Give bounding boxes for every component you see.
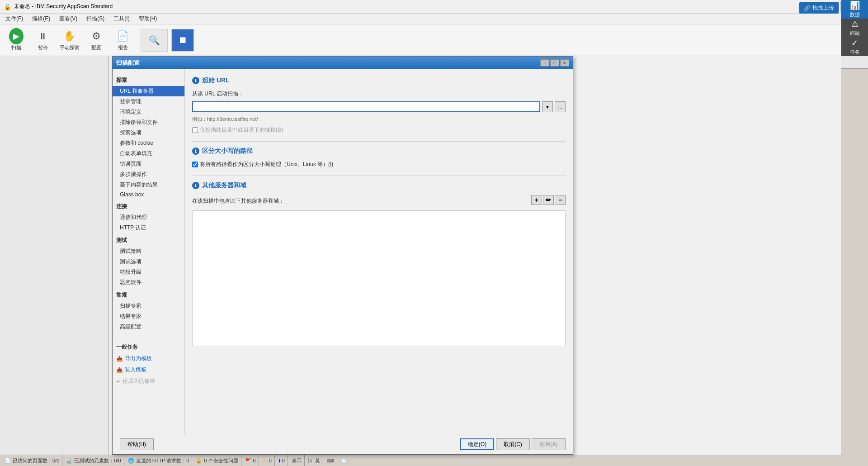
- dialog-minimize-button[interactable]: −: [540, 59, 549, 67]
- elements-icon: 🔬: [66, 458, 72, 464]
- lang-flag: 🇸: [308, 458, 313, 463]
- export-label: 导出为模板: [125, 355, 152, 362]
- nav-section-connection-label: 连接: [113, 201, 184, 212]
- nav-item-params-cookie[interactable]: 参数和 cookie: [113, 138, 184, 148]
- export-icon: 📤: [116, 356, 123, 362]
- export-template-link[interactable]: 📤 导出为模板: [113, 353, 184, 364]
- report-icon: 📄: [116, 29, 130, 43]
- case-checkbox[interactable]: [192, 162, 198, 167]
- nav-item-glass-box[interactable]: Glass box: [113, 190, 184, 199]
- search-toolbar-icon[interactable]: 🔍: [141, 29, 168, 52]
- restore-icon: ↩: [116, 378, 121, 385]
- medium-count: 0: [269, 458, 272, 463]
- high-count: 0: [253, 458, 256, 463]
- task-panel-button[interactable]: ✓ 任务: [841, 38, 868, 56]
- nav-section-connection: 连接 通信和代理 HTTP 认证: [113, 201, 184, 233]
- nav-item-test-strategy[interactable]: 测试策略: [113, 246, 184, 257]
- dialog-main-content: ℹ 起始 URL 从该 URL 启动扫描： ▼ ... 例如：http://de…: [185, 69, 573, 434]
- menu-help[interactable]: 帮助(H): [135, 14, 161, 24]
- nav-item-form-fill[interactable]: 自动表单填充: [113, 148, 184, 159]
- dialog-maximize-button[interactable]: □: [550, 59, 559, 67]
- task-icon: ✓: [851, 38, 858, 48]
- menu-scan[interactable]: 扫描(S): [83, 14, 108, 24]
- report-button[interactable]: 📄 报告: [110, 27, 135, 54]
- pause-icon: ⏸: [36, 29, 50, 43]
- pause-button[interactable]: ⏸ 暂停: [30, 27, 55, 54]
- pages-icon: 📄: [5, 458, 11, 464]
- dialog-close-button[interactable]: ✕: [560, 59, 569, 67]
- menu-edit[interactable]: 编辑(E): [28, 14, 54, 24]
- nav-item-explore-options[interactable]: 探索选项: [113, 128, 184, 138]
- toolbar: ▶ 扫描 ⏸ 暂停 ✋ 手动探索 ⚙ 配置 📄: [0, 24, 868, 56]
- right-toolbar: 📊 数据 ⚠ 问题 ✓ 任务: [841, 0, 868, 56]
- config-button[interactable]: ⚙ 配置: [84, 27, 108, 54]
- nav-item-error-page[interactable]: 错误页面: [113, 159, 184, 169]
- nav-item-exclude[interactable]: 排除路径和文件: [113, 117, 184, 128]
- case-checkbox-row: 将所有路径看作为区分大小写处理（Unix、Linux 等）(I): [192, 161, 566, 168]
- remove-server-button[interactable]: −: [555, 195, 566, 205]
- cancel-button[interactable]: 取消(C): [496, 438, 530, 450]
- nav-section-general: 常规 扫描专家 结果专家 高级配置: [113, 290, 184, 332]
- nav-item-env[interactable]: 环境定义: [113, 107, 184, 117]
- nav-item-result-expert[interactable]: 结果专家: [113, 311, 184, 322]
- menu-view[interactable]: 查看(V): [56, 14, 81, 24]
- nav-section-explore: 探索 URL 和服务器 登录管理 环境定义 排除路径和文件 探索选项 参数和 c…: [113, 75, 184, 199]
- menu-file[interactable]: 文件(F): [2, 14, 27, 24]
- nav-item-multistep[interactable]: 多步骤操作: [113, 169, 184, 180]
- nav-section-test: 测试 测试策略 测试选项 特权升级 恶意软件: [113, 235, 184, 288]
- edit-server-button[interactable]: ✏: [543, 195, 554, 205]
- menu-tools[interactable]: 工具(I): [110, 14, 133, 24]
- help-button[interactable]: 帮助(H): [120, 438, 154, 450]
- dialog-nav: 探索 URL 和服务器 登录管理 环境定义 排除路径和文件 探索选项 参数和 c…: [113, 69, 185, 434]
- scan-button[interactable]: ▶ 扫描: [4, 27, 28, 54]
- security-status: 🔒 0 个安全性问题: [193, 455, 241, 466]
- config-icon: ⚙: [89, 29, 104, 43]
- scan-config-dialog: 扫描配置 − □ ✕ 探索 URL 和服务器 登录管理 环境定义 排除路径和文件…: [112, 56, 573, 455]
- url-input[interactable]: [192, 101, 540, 112]
- nav-item-content-results[interactable]: 基于内容的结果: [113, 180, 184, 190]
- nav-item-malware[interactable]: 恶意软件: [113, 277, 184, 288]
- import-template-link[interactable]: 📥 装入模板: [113, 364, 184, 376]
- nav-item-comm-proxy[interactable]: 通信和代理: [113, 212, 184, 223]
- case-checkbox-label: 将所有路径看作为区分大小写处理（Unix、Linux 等）(I): [200, 161, 333, 168]
- config-label: 配置: [91, 44, 101, 51]
- url-label-row: 从该 URL 启动扫描：: [192, 90, 566, 98]
- lang-text: 英: [315, 457, 320, 464]
- elements-status: 🔬 已测试的元素数：0/0: [63, 455, 124, 466]
- url-folder-button[interactable]: ...: [555, 101, 566, 112]
- servers-title: ℹ 其他服务器和域: [192, 181, 566, 190]
- pause-label: 暂停: [38, 44, 48, 51]
- url-only-dir-checkbox[interactable]: [192, 127, 198, 133]
- start-url-icon: ℹ: [192, 77, 199, 84]
- servers-section: ℹ 其他服务器和域 在该扫描中包含以下其他服务器和域： + ✏ −: [192, 181, 566, 346]
- nav-item-http-auth[interactable]: HTTP 认证: [113, 223, 184, 233]
- nav-section-test-label: 测试: [113, 235, 184, 246]
- issue-panel-button[interactable]: ⚠ 问题: [841, 19, 868, 37]
- hand-icon: ✋: [62, 29, 77, 43]
- stop-toolbar-btn[interactable]: ⏹: [171, 29, 194, 52]
- issue-label: 问题: [850, 30, 860, 37]
- nav-item-scan-expert[interactable]: 扫描专家: [113, 301, 184, 311]
- nav-item-login[interactable]: 登录管理: [113, 96, 184, 107]
- servers-icon: ℹ: [192, 182, 199, 189]
- dialog-title-bar: 扫描配置 − □ ✕: [113, 57, 573, 69]
- nav-item-url-server[interactable]: URL 和服务器: [113, 86, 184, 96]
- add-server-button[interactable]: +: [531, 195, 542, 205]
- nav-item-test-options[interactable]: 测试选项: [113, 257, 184, 267]
- import-icon: 📥: [116, 367, 123, 373]
- url-only-dir-label: 仅扫描此目录中或目录下的链接(S): [200, 126, 283, 134]
- elements-text: 已测试的元素数：0/0: [74, 457, 121, 464]
- upload-button[interactable]: 🔗 拖拽上传: [799, 2, 839, 14]
- keyboard-status: ⌨: [324, 455, 337, 466]
- manual-explore-button[interactable]: ✋ 手动探索: [57, 27, 82, 54]
- requests-icon: 🌐: [128, 458, 134, 464]
- nav-item-advanced-config[interactable]: 高级配置: [113, 322, 184, 332]
- medium-issues: ⚠ 0: [260, 455, 275, 466]
- title-bar: 🔒 未命名 - IBM Security AppScan Standard − …: [0, 0, 868, 14]
- ok-button[interactable]: 确定(O): [460, 438, 494, 450]
- nav-item-privilege-escalation[interactable]: 特权升级: [113, 267, 184, 277]
- apply-button[interactable]: 应用(A): [532, 438, 566, 450]
- data-panel-button[interactable]: 📊 数据: [841, 0, 868, 19]
- demo-text: 演示: [292, 457, 302, 464]
- url-browse-button[interactable]: ▼: [542, 101, 553, 112]
